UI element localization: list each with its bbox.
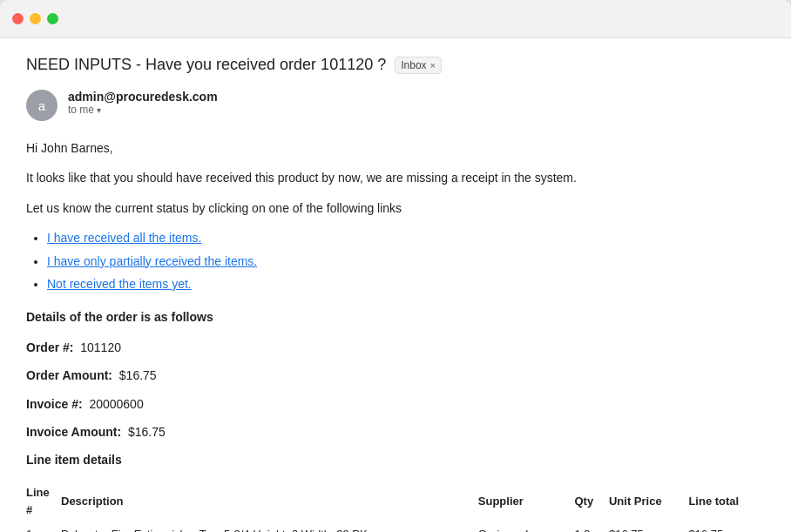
invoice-number-value: 20000600	[89, 397, 143, 411]
line-items-title: Line item details	[26, 450, 765, 469]
invoice-amount-label: Invoice Amount:	[26, 425, 121, 439]
close-button[interactable]	[12, 13, 24, 24]
chevron-down-icon: ▾	[97, 105, 101, 115]
paragraph-2: Let us know the current status by clicki…	[26, 199, 765, 218]
link-not-received[interactable]: Not received the items yet.	[47, 277, 192, 291]
order-number-value: 101120	[80, 340, 121, 354]
link-received-all[interactable]: I have received all the items.	[47, 231, 201, 245]
email-body: Hi John Barnes, It looks like that you s…	[26, 138, 765, 532]
table-header-row: Line # Description Supplier Qty Unit Pri…	[26, 481, 765, 524]
maximize-button[interactable]	[47, 13, 58, 24]
cell-qty: 1.0	[574, 523, 609, 532]
line-items-section: Line item details Line # Description Sup…	[26, 450, 765, 532]
col-header-supplier: Supplier	[478, 481, 575, 524]
order-number-label: Order #:	[26, 340, 73, 354]
email-container: NEED INPUTS - Have you received order 10…	[0, 38, 791, 532]
col-header-line: Line #	[26, 481, 61, 524]
order-amount-value: $16.75	[119, 368, 157, 382]
line-items-table: Line # Description Supplier Qty Unit Pri…	[26, 481, 765, 532]
sender-info: admin@procuredesk.com to me ▾	[68, 90, 218, 116]
greeting: Hi John Barnes,	[26, 138, 765, 158]
cell-description: Polyester Fire Extinguisher Tag, 5-3/4 H…	[61, 523, 478, 532]
col-header-qty: Qty	[574, 481, 609, 524]
table-row: 1 Polyester Fire Extinguisher Tag, 5-3/4…	[26, 523, 765, 532]
order-amount-row: Order Amount: $16.75	[26, 366, 765, 385]
list-item: Not received the items yet.	[47, 274, 765, 293]
inbox-close-icon[interactable]: ×	[430, 60, 436, 71]
invoice-number-label: Invoice #:	[26, 397, 83, 411]
action-links-list: I have received all the items. I have on…	[47, 228, 765, 293]
paragraph-1: It looks like that you should have recei…	[26, 168, 765, 187]
details-section-header: Details of the order is as follows	[26, 307, 765, 327]
cell-line: 1	[26, 523, 61, 532]
to-me-label: to me	[68, 104, 94, 116]
subject-line: NEED INPUTS - Have you received order 10…	[26, 56, 765, 74]
list-item: I have received all the items.	[47, 228, 765, 247]
minimize-button[interactable]	[30, 13, 41, 24]
to-me[interactable]: to me ▾	[68, 104, 218, 116]
cell-supplier: Grainger Inc.	[478, 523, 575, 532]
avatar-letter: a	[38, 98, 45, 113]
cell-unit-price: $16.75	[609, 523, 688, 532]
invoice-number-row: Invoice #: 20000600	[26, 394, 765, 414]
link-partial-received[interactable]: I have only partially received the items…	[47, 254, 257, 268]
col-header-description: Description	[61, 481, 478, 524]
col-header-line-total: Line total	[688, 481, 765, 524]
traffic-lights	[12, 13, 58, 24]
cell-line-total: $16.75	[688, 523, 765, 532]
inbox-label: Inbox	[401, 59, 426, 71]
titlebar	[0, 0, 791, 38]
list-item: I have only partially received the items…	[47, 252, 765, 271]
avatar: a	[26, 90, 57, 121]
order-number-row: Order #: 101120	[26, 338, 765, 357]
invoice-amount-row: Invoice Amount: $16.75	[26, 422, 765, 441]
subject-text: NEED INPUTS - Have you received order 10…	[26, 56, 386, 74]
sender-row: a admin@procuredesk.com to me ▾	[26, 90, 765, 121]
inbox-badge: Inbox ×	[395, 57, 442, 74]
email-window: NEED INPUTS - Have you received order 10…	[0, 0, 791, 532]
col-header-unit-price: Unit Price	[609, 481, 688, 524]
invoice-amount-value: $16.75	[128, 425, 166, 439]
order-amount-label: Order Amount:	[26, 368, 112, 382]
sender-email: admin@procuredesk.com	[68, 90, 218, 104]
